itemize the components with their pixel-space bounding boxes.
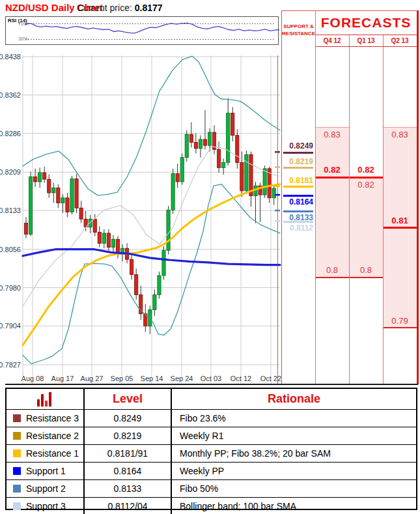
candle-body bbox=[171, 174, 175, 210]
level-value-cell: 0.8133 bbox=[85, 480, 172, 497]
candle-body bbox=[245, 154, 248, 191]
level-name: Resistance 3 bbox=[26, 413, 79, 423]
table-row: Resistance 30.8249Fibo 23.6% bbox=[7, 409, 416, 427]
x-axis-label: Aug 08 bbox=[21, 375, 44, 382]
sr-level-label: 0.8181 bbox=[282, 176, 313, 185]
level-color-swatch bbox=[13, 450, 21, 457]
table-header-rationale: Rationale bbox=[172, 389, 416, 409]
level-name: Resistance 2 bbox=[26, 431, 79, 441]
forecast-low-label: 0.79 bbox=[383, 316, 417, 326]
candle-body bbox=[217, 149, 221, 167]
candle-body bbox=[203, 139, 206, 145]
x-axis-label: Sep 24 bbox=[171, 375, 193, 382]
candle-body bbox=[240, 163, 244, 191]
forecast-value-label: 0.81 bbox=[383, 216, 417, 225]
x-axis-label: Oct 12 bbox=[231, 375, 251, 382]
rationale-cell: Fibo 23.6% bbox=[172, 410, 416, 427]
support-resistance-forecast-panel: SUPPORT & RESISTANCE FORECASTS Q4 12Q1 1… bbox=[281, 10, 419, 384]
sma-mid-gray bbox=[23, 147, 277, 306]
forecast-quarter-label: Q4 12 bbox=[315, 35, 349, 47]
candle-body bbox=[102, 233, 105, 243]
sr-panel-header: SUPPORT & RESISTANCE bbox=[282, 11, 315, 47]
candle-body bbox=[153, 294, 156, 309]
forecast-value-label: 0.82 bbox=[315, 165, 349, 175]
candlestick-chart: Aug 08Aug 17Aug 27Sep 05Sep 14Sep 24Oct … bbox=[0, 49, 283, 386]
rsi-plot bbox=[6, 17, 279, 46]
level-value-cell: 0.8249 bbox=[85, 410, 172, 427]
candle-body bbox=[111, 239, 115, 247]
sr-level-label: 0.8249 bbox=[282, 141, 313, 150]
candle-body bbox=[189, 134, 193, 142]
forecast-low-label: 0.8 bbox=[315, 265, 349, 275]
rsi-panel: RSI (14) 70% 30% bbox=[5, 16, 279, 45]
candle-body bbox=[236, 136, 239, 163]
nzdusd-daily-report: NZD/USD Daily Chart Current price: 0.817… bbox=[0, 0, 420, 514]
table-row: Support 20.8133Fibo 50% bbox=[7, 479, 416, 497]
candle-body bbox=[176, 174, 179, 182]
forecast-high-label: 0.83 bbox=[383, 130, 417, 139]
level-value-cell: 0.8219 bbox=[85, 427, 172, 444]
table-header-row: Level Rationale bbox=[7, 389, 416, 409]
candle-body bbox=[158, 276, 161, 294]
candle-body bbox=[272, 188, 275, 198]
y-axis-label: 0.8438 bbox=[0, 53, 21, 61]
rationale-cell: Weekly PP bbox=[172, 463, 416, 479]
candle-body bbox=[52, 188, 55, 193]
forecast-level-line bbox=[350, 177, 383, 178]
sr-level-line bbox=[283, 195, 313, 197]
level-name-cell: Support 3 bbox=[7, 498, 85, 514]
rationale-cell: Weekly R1 bbox=[172, 427, 416, 444]
forecast-range-top-label: 0.82 bbox=[349, 180, 383, 190]
level-value-cell: 0.8181/91 bbox=[85, 445, 172, 462]
candle-body bbox=[167, 210, 170, 250]
candle-body bbox=[222, 163, 225, 168]
forecast-range-box bbox=[316, 127, 349, 278]
forecast-level-line bbox=[384, 227, 417, 229]
x-axis-label: Sep 05 bbox=[111, 375, 133, 382]
levels-table: Level Rationale Resistance 30.8249Fibo 2… bbox=[5, 388, 417, 510]
candle-body bbox=[48, 179, 51, 193]
forecast-range-box bbox=[350, 177, 383, 278]
level-name: Support 1 bbox=[26, 466, 66, 476]
level-name-cell: Resistance 3 bbox=[7, 410, 85, 427]
current-price: Current price: 0.8177 bbox=[77, 3, 163, 13]
candle-body bbox=[98, 232, 101, 243]
candle-body bbox=[162, 250, 165, 276]
sr-level-line bbox=[283, 221, 313, 223]
bar-chart-icon bbox=[37, 392, 53, 407]
table-row: Support 10.8164Weekly PP bbox=[7, 462, 416, 479]
candle-body bbox=[79, 208, 83, 219]
candle-body bbox=[180, 158, 184, 182]
candle-body bbox=[24, 223, 27, 234]
current-price-value: 0.8177 bbox=[135, 3, 163, 13]
level-name: Support 2 bbox=[26, 483, 66, 494]
sr-level-label: 0.8164 bbox=[282, 197, 313, 207]
candle-body bbox=[227, 113, 230, 163]
level-name-cell: Support 1 bbox=[7, 463, 85, 479]
candle-body bbox=[263, 169, 266, 195]
level-name-cell: Resistance 2 bbox=[7, 427, 85, 444]
level-value-cell: 0.8164 bbox=[85, 463, 172, 479]
table-row: Support 30.8112/04Bollinger band; 100 ba… bbox=[7, 497, 416, 514]
sr-level-label: 0.8219 bbox=[282, 157, 313, 166]
candle-body bbox=[75, 178, 78, 208]
candle-body bbox=[57, 188, 60, 203]
x-axis-label: Aug 17 bbox=[51, 375, 74, 382]
rationale-cell: Bollinger band; 100 bar SMA bbox=[172, 498, 416, 514]
table-row: Resistance 10.8181/91Monthly PP; Fibo 38… bbox=[7, 444, 416, 462]
forecast-quarter-label: Q1 13 bbox=[349, 35, 383, 47]
candle-body bbox=[93, 219, 96, 232]
level-color-swatch bbox=[13, 414, 21, 422]
forecasts-title: FORECASTS bbox=[315, 11, 417, 35]
candle-body bbox=[66, 198, 69, 212]
level-color-swatch bbox=[13, 467, 21, 475]
x-axis-label: Aug 27 bbox=[81, 375, 104, 382]
candle-body bbox=[34, 177, 37, 182]
sr-level-line bbox=[283, 167, 313, 169]
y-axis-label: 0.8362 bbox=[0, 91, 21, 99]
forecast-low-label: 0.8 bbox=[349, 265, 383, 275]
level-color-swatch bbox=[13, 432, 21, 440]
level-name: Support 3 bbox=[26, 501, 66, 511]
sr-level-line bbox=[283, 186, 313, 188]
candle-body bbox=[208, 132, 211, 145]
